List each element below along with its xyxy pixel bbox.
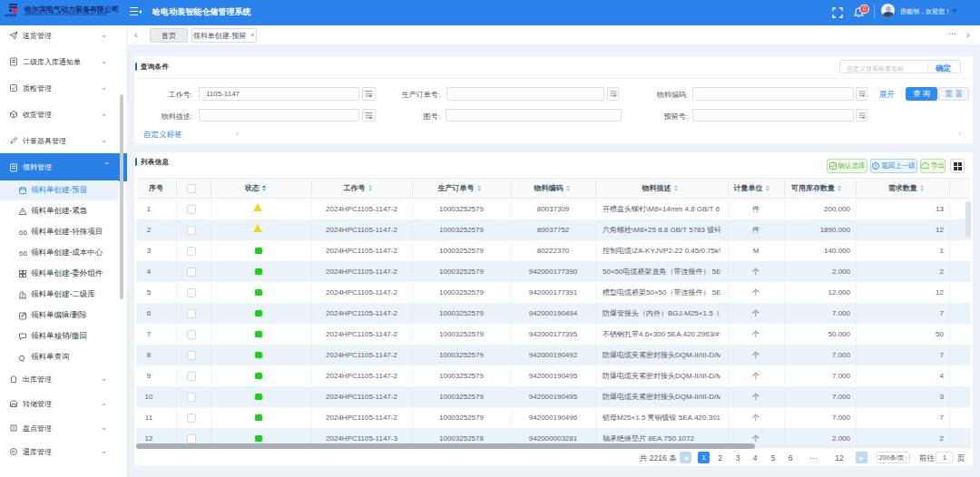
svg-text:Q: Q [19, 354, 25, 363]
svg-text:66: 66 [19, 229, 27, 237]
svg-text:66: 66 [19, 249, 27, 258]
